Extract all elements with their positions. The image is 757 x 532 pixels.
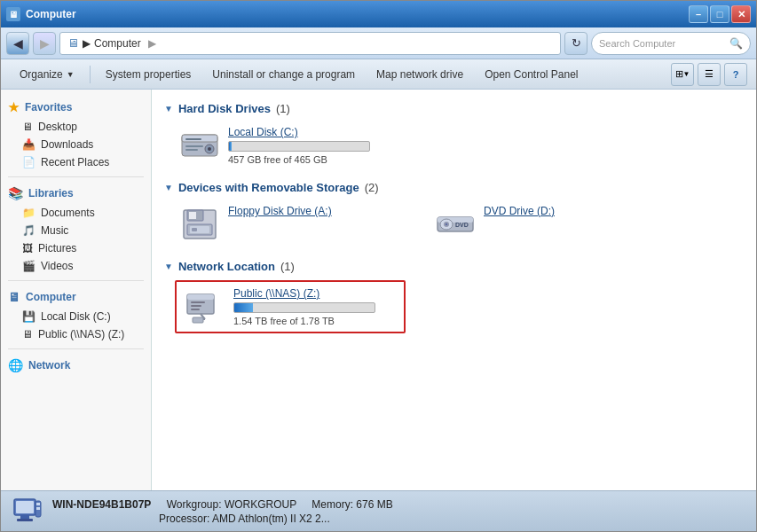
sidebar-item-videos[interactable]: 🎬 Videos bbox=[1, 257, 151, 275]
svg-rect-21 bbox=[191, 301, 205, 303]
svg-rect-26 bbox=[193, 317, 203, 323]
hard-disk-triangle: ▼ bbox=[164, 104, 173, 113]
svg-rect-28 bbox=[16, 501, 34, 513]
forward-button[interactable]: ▶ bbox=[33, 32, 56, 55]
floppy-icon bbox=[178, 205, 221, 244]
computer-name: WIN-NDE94B1B07P bbox=[52, 498, 151, 511]
memory-value: 676 MB bbox=[356, 498, 392, 511]
dvd-drive-name: DVD Drive (D:) bbox=[484, 205, 675, 217]
svg-rect-20 bbox=[187, 294, 214, 300]
sidebar-header-libraries[interactable]: 📚 Libraries bbox=[1, 183, 151, 204]
search-box[interactable]: Search Computer 🔍 bbox=[591, 32, 751, 55]
svg-point-3 bbox=[208, 147, 211, 151]
network-sidebar-label: Network bbox=[28, 359, 70, 372]
dvd-icon: DVD bbox=[434, 205, 477, 244]
downloads-icon: 📥 bbox=[22, 138, 35, 151]
nas-drive-item[interactable]: Public (\\NAS) (Z:) 1.54 TB free of 1.78… bbox=[184, 287, 397, 326]
favorites-star-icon: ★ bbox=[8, 100, 20, 114]
sidebar-section-favorites: ★ Favorites 🖥 Desktop 📥 Downloads 📄 Rece… bbox=[1, 97, 151, 171]
floppy-drive-name: Floppy Disk Drive (A:) bbox=[228, 205, 420, 217]
map-network-button[interactable]: Map network drive bbox=[367, 63, 473, 86]
removable-drive-grid: Floppy Disk Drive (A:) DVD bbox=[164, 201, 744, 247]
computer-sidebar-label: Computer bbox=[26, 291, 76, 303]
network-location-label: Network Location bbox=[178, 260, 275, 273]
nas-progress-fill bbox=[234, 303, 253, 312]
address-path-arrow: ▶ bbox=[148, 37, 156, 50]
status-bar: WIN-NDE94B1B07P Workgroup: WORKGROUP Mem… bbox=[1, 490, 756, 531]
sidebar-divider-3 bbox=[8, 348, 144, 349]
floppy-drive-item[interactable]: Floppy Disk Drive (A:) bbox=[175, 201, 423, 247]
refresh-button[interactable]: ↻ bbox=[564, 32, 587, 55]
videos-icon: 🎬 bbox=[22, 260, 35, 272]
svg-rect-23 bbox=[191, 309, 200, 310]
sidebar-item-recent-places[interactable]: 📄 Recent Places bbox=[1, 153, 151, 171]
sidebar-item-downloads[interactable]: 📥 Downloads bbox=[1, 136, 151, 153]
uninstall-button[interactable]: Uninstall or change a program bbox=[202, 63, 365, 86]
window: 🖥 Computer – □ ✕ ◀ ▶ 🖥 ▶ Computer ▶ ↻ Se… bbox=[0, 0, 757, 532]
sidebar-header-computer[interactable]: 🖥 Computer bbox=[1, 286, 151, 308]
sidebar-section-network: 🌐 Network bbox=[1, 355, 151, 376]
nas-drive-icon bbox=[184, 287, 226, 326]
organize-button[interactable]: Organize ▼ bbox=[10, 63, 84, 86]
system-properties-button[interactable]: System properties bbox=[96, 63, 201, 86]
sidebar-item-local-disk[interactable]: 💾 Local Disk (C:) bbox=[1, 308, 151, 325]
nas-drive-info: Public (\\NAS) (Z:) 1.54 TB free of 1.78… bbox=[233, 287, 397, 326]
hard-disk-section-header: ▼ Hard Disk Drives (1) bbox=[164, 102, 744, 115]
sidebar-header-network[interactable]: 🌐 Network bbox=[1, 355, 151, 376]
nas-drive-name: Public (\\NAS) (Z:) bbox=[233, 287, 397, 300]
libraries-icon: 📚 bbox=[8, 186, 23, 200]
sidebar-divider-1 bbox=[8, 176, 144, 177]
view-icon: ⊞ bbox=[675, 68, 683, 80]
svg-text:DVD: DVD bbox=[455, 222, 469, 228]
svg-point-17 bbox=[446, 223, 447, 225]
address-path-icon: 🖥 bbox=[67, 36, 79, 50]
status-row-2: Processor: AMD Athlon(tm) II X2 2... bbox=[52, 512, 393, 525]
removable-section-header: ▼ Devices with Removable Storage (2) bbox=[164, 181, 744, 194]
dvd-drive-item[interactable]: DVD DVD Drive (D:) bbox=[430, 201, 679, 247]
local-disk-free-text: 457 GB free of 465 GB bbox=[228, 154, 420, 165]
help-icon: ? bbox=[733, 69, 739, 80]
svg-rect-30 bbox=[17, 519, 33, 521]
minimize-button[interactable]: – bbox=[689, 5, 708, 23]
sidebar-item-pictures[interactable]: 🖼 Pictures bbox=[1, 239, 151, 257]
back-button[interactable]: ◀ bbox=[6, 32, 29, 55]
close-button[interactable]: ✕ bbox=[731, 5, 751, 23]
hard-disk-count: (1) bbox=[276, 102, 290, 115]
toolbar-right: ⊞ ▼ ☰ ? bbox=[671, 63, 747, 86]
title-bar-controls: – □ ✕ bbox=[689, 5, 751, 23]
status-info: WIN-NDE94B1B07P Workgroup: WORKGROUP Mem… bbox=[52, 498, 393, 525]
sidebar-item-documents[interactable]: 📁 Documents bbox=[1, 204, 151, 222]
floppy-svg bbox=[178, 205, 221, 244]
open-control-panel-button[interactable]: Open Control Panel bbox=[475, 63, 587, 86]
sidebar-header-favorites[interactable]: ★ Favorites bbox=[1, 97, 151, 118]
floppy-info: Floppy Disk Drive (A:) bbox=[228, 205, 420, 217]
network-section-header: ▼ Network Location (1) bbox=[164, 260, 744, 273]
nas-progress-bg bbox=[233, 302, 375, 313]
svg-rect-9 bbox=[189, 212, 196, 219]
sidebar-item-desktop[interactable]: 🖥 Desktop bbox=[1, 118, 151, 136]
music-icon: 🎵 bbox=[22, 224, 35, 237]
nas-free-text: 1.54 TB free of 1.78 TB bbox=[233, 316, 397, 326]
address-path[interactable]: 🖥 ▶ Computer ▶ bbox=[59, 32, 561, 55]
workgroup-key: Workgroup: bbox=[167, 498, 222, 511]
desktop-icon: 🖥 bbox=[22, 121, 33, 133]
system-properties-label: System properties bbox=[106, 68, 192, 81]
desktop-label: Desktop bbox=[38, 121, 77, 133]
local-disk-drive-item[interactable]: Local Disk (C:) 457 GB free of 465 GB bbox=[175, 122, 423, 168]
sidebar-item-music[interactable]: 🎵 Music bbox=[1, 222, 151, 239]
organize-arrow: ▼ bbox=[67, 70, 75, 79]
toolbar-separator-1 bbox=[90, 66, 91, 83]
help-button[interactable]: ? bbox=[724, 63, 747, 86]
nas-sidebar-icon: 🖥 bbox=[22, 328, 33, 340]
address-bar: ◀ ▶ 🖥 ▶ Computer ▶ ↻ Search Computer 🔍 bbox=[1, 27, 756, 59]
maximize-button[interactable]: □ bbox=[710, 5, 729, 23]
network-box[interactable]: Public (\\NAS) (Z:) 1.54 TB free of 1.78… bbox=[175, 280, 406, 333]
uninstall-label: Uninstall or change a program bbox=[212, 68, 355, 81]
refresh-icon: ↻ bbox=[572, 36, 581, 50]
view-options-button[interactable]: ⊞ ▼ bbox=[671, 63, 694, 86]
status-workgroup-label: Workgroup: WORKGROUP bbox=[167, 498, 300, 511]
sidebar-item-public-nas[interactable]: 🖥 Public (\\NAS) (Z:) bbox=[1, 325, 151, 343]
processor-value: AMD Athlon(tm) II X2 2... bbox=[212, 512, 330, 525]
status-row-1: WIN-NDE94B1B07P Workgroup: WORKGROUP Mem… bbox=[52, 498, 393, 511]
view-toggle-button[interactable]: ☰ bbox=[698, 63, 721, 86]
